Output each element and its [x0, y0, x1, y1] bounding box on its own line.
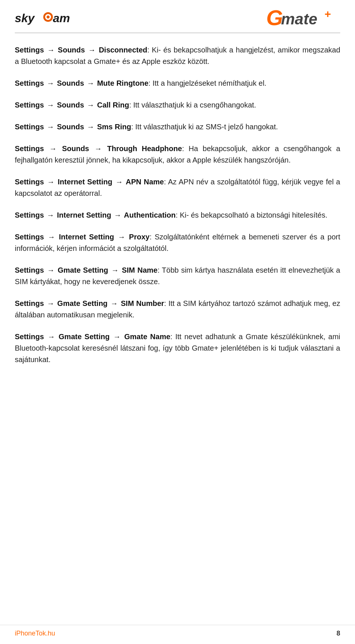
section-proxy: Settings → Internet Setting → Proxy: Szo… [15, 231, 340, 254]
footer-website-text: iPhoneTok.hu [15, 630, 55, 637]
section-smsring-label: Settings → Sounds → Sms Ring [15, 123, 131, 131]
section-callring-desc: : Itt választhatjuk ki a csengőhangokat. [129, 101, 256, 109]
section-auth-label: Settings → Internet Setting → Authentica… [15, 211, 176, 219]
content: Settings → Sounds → Disconnected: Ki- és… [0, 33, 355, 398]
section-mute-label: Settings → Sounds → Mute Ringtone [15, 79, 148, 87]
section-simname-label: Settings → Gmate Setting → SIM Name [15, 266, 158, 274]
skyroam-logo-svg: sky am [15, 9, 74, 27]
svg-text:+: + [324, 8, 331, 20]
gmate-logo: G mate + [266, 7, 340, 29]
section-call-ring: Settings → Sounds → Call Ring: Itt válas… [15, 99, 340, 111]
section-disconnected-label: Settings → Sounds → Disconnected [15, 46, 147, 54]
skyroam-logo: sky am [15, 9, 74, 27]
section-apn-label: Settings → Internet Setting → APN Name [15, 178, 164, 186]
section-disconnected: Settings → Sounds → Disconnected: Ki- és… [15, 44, 340, 67]
section-proxy-label: Settings → Internet Setting → Proxy [15, 233, 149, 241]
section-mute-ringtone: Settings → Sounds → Mute Ringtone: Itt a… [15, 78, 340, 89]
section-smsring-desc: : Itt választhatjuk ki az SMS-t jelző ha… [131, 123, 278, 131]
footer-website-link[interactable]: iPhoneTok.hu [15, 630, 55, 637]
section-sms-ring: Settings → Sounds → Sms Ring: Itt válasz… [15, 121, 340, 133]
svg-text:mate: mate [281, 10, 317, 28]
section-gmate-name: Settings → Gmate Setting → Gmate Name: I… [15, 331, 340, 365]
svg-point-3 [47, 16, 50, 18]
section-auth-desc: : Ki- és bekapcsolható a biztonsági hite… [176, 211, 327, 219]
footer: iPhoneTok.hu 8 [0, 625, 355, 637]
section-gmatename-label: Settings → Gmate Setting → Gmate Name [15, 333, 170, 341]
header: sky am G mate + [0, 0, 355, 33]
page-container: sky am G mate + Settings → Sounds → Disc… [0, 0, 355, 644]
section-sim-name: Settings → Gmate Setting → SIM Name: Töb… [15, 265, 340, 287]
section-mute-desc: : Itt a hangjelzéseket némíthatjuk el. [148, 79, 266, 87]
svg-text:sky: sky [15, 11, 36, 25]
footer-page-number: 8 [337, 630, 340, 637]
section-simnumber-label: Settings → Gmate Setting → SIM Number [15, 299, 164, 307]
section-apn-name: Settings → Internet Setting → APN Name: … [15, 176, 340, 199]
section-authentication: Settings → Internet Setting → Authentica… [15, 209, 340, 221]
section-sim-number: Settings → Gmate Setting → SIM Number: I… [15, 298, 340, 321]
section-through-headphone: Settings → Sounds → Through Headphone: H… [15, 143, 340, 166]
section-callring-label: Settings → Sounds → Call Ring [15, 101, 129, 109]
gmate-logo-svg: G mate + [266, 7, 340, 29]
section-headphone-label: Settings → Sounds → Through Headphone [15, 144, 182, 153]
svg-text:am: am [53, 11, 70, 25]
svg-text:G: G [266, 7, 283, 29]
